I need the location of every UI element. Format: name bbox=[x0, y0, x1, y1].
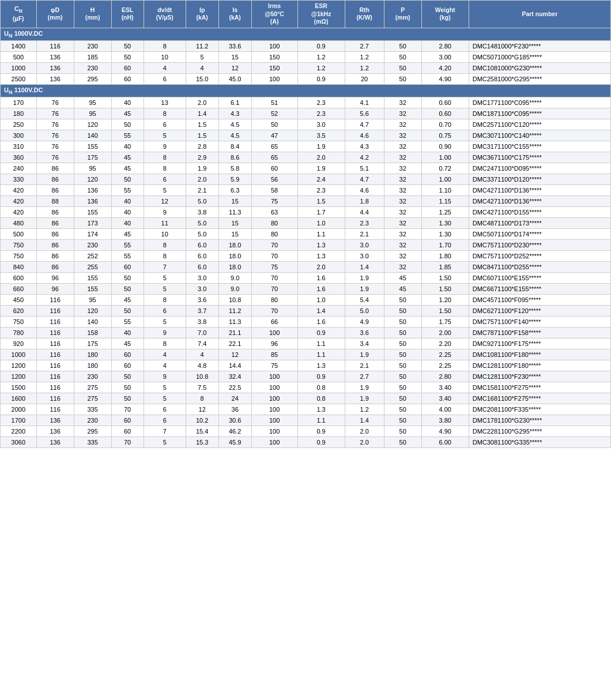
table-cell: 230 bbox=[74, 240, 111, 251]
table-cell: 76 bbox=[36, 108, 74, 119]
table-cell: 3060 bbox=[1, 437, 37, 448]
table-cell: 5.4 bbox=[345, 295, 384, 306]
table-row: 750862525586.018.0701.33.0321.80DMC75711… bbox=[1, 251, 611, 262]
table-cell: 60 bbox=[111, 349, 144, 360]
table-row: 170013623060610.230.61001.11.4503.80DMC1… bbox=[1, 415, 611, 426]
table-row: 24086954581.95.8601.95.1320.72DMC2471100… bbox=[1, 163, 611, 174]
table-cell: 4 bbox=[144, 360, 186, 371]
table-cell: 14.4 bbox=[218, 360, 251, 371]
table-cell: 8 bbox=[144, 295, 186, 306]
table-cell: 7.4 bbox=[186, 338, 218, 349]
table-cell: 120 bbox=[74, 119, 111, 130]
table-cell: 9 bbox=[144, 141, 186, 152]
header-ip: Ip(kA) bbox=[186, 1, 218, 28]
table-row: 1000116180604412851.11.9502.25DMC1081100… bbox=[1, 349, 611, 360]
table-cell: 40 bbox=[111, 97, 144, 108]
header-esr: ESR@1kHz(mΩ) bbox=[297, 1, 345, 28]
header-esl: ESL(nH) bbox=[111, 1, 144, 28]
table-cell: 4.1 bbox=[345, 97, 384, 108]
table-cell: 0.9 bbox=[297, 74, 345, 85]
table-cell: 76 bbox=[36, 119, 74, 130]
table-cell: 24 bbox=[218, 393, 251, 404]
table-cell: 420 bbox=[1, 185, 37, 196]
table-cell: 310 bbox=[1, 141, 37, 152]
table-cell: 50 bbox=[111, 382, 144, 393]
table-cell: 95 bbox=[74, 108, 111, 119]
table-cell: 1.2 bbox=[345, 52, 384, 63]
table-cell: 63 bbox=[251, 207, 297, 218]
table-cell: 6 bbox=[144, 415, 186, 426]
table-cell: 2.7 bbox=[345, 41, 384, 52]
table-cell: 22.5 bbox=[218, 382, 251, 393]
header-partnumber: Part number bbox=[469, 1, 610, 28]
table-cell: 15.3 bbox=[186, 437, 218, 448]
table-cell: 0.9 bbox=[297, 41, 345, 52]
table-cell: DMC1081000*G230***** bbox=[469, 63, 610, 74]
table-cell: DMC2571100*C120***** bbox=[469, 119, 610, 130]
table-row: 7801161584097.021.11000.93.6502.00DMC787… bbox=[1, 328, 611, 338]
table-cell: 140 bbox=[74, 317, 111, 328]
table-cell: 96 bbox=[36, 284, 74, 295]
table-cell: 158 bbox=[74, 328, 111, 338]
table-cell: 70 bbox=[111, 404, 144, 415]
table-cell: 86 bbox=[36, 240, 74, 251]
table-cell: 45 bbox=[384, 284, 421, 295]
table-cell: 330 bbox=[1, 174, 37, 185]
table-cell: 60 bbox=[251, 163, 297, 174]
table-cell: 2.1 bbox=[345, 229, 384, 240]
table-cell: 70 bbox=[251, 306, 297, 317]
table-cell: 1.3 bbox=[297, 240, 345, 251]
table-cell: 2.0 bbox=[297, 262, 345, 273]
table-cell: 75 bbox=[251, 360, 297, 371]
header-p: P(mm) bbox=[384, 1, 421, 28]
table-cell: 5 bbox=[144, 382, 186, 393]
table-cell: 32 bbox=[384, 229, 421, 240]
table-cell: 1.6 bbox=[297, 317, 345, 328]
table-cell: DMC2281100*G295***** bbox=[469, 426, 610, 437]
table-cell: 4.7 bbox=[345, 174, 384, 185]
table-cell: 1.1 bbox=[297, 229, 345, 240]
table-cell: 2.3 bbox=[345, 218, 384, 229]
table-cell: 32 bbox=[384, 108, 421, 119]
table-cell: 50 bbox=[384, 317, 421, 328]
table-cell: 86 bbox=[36, 174, 74, 185]
table-cell: 10.8 bbox=[218, 295, 251, 306]
table-cell: 3.5 bbox=[297, 130, 345, 141]
table-cell: 32 bbox=[384, 240, 421, 251]
table-cell: 1200 bbox=[1, 371, 37, 382]
table-cell: 50 bbox=[384, 393, 421, 404]
table-row: 12001161806044.814.4751.32.1502.25DMC128… bbox=[1, 360, 611, 371]
table-cell: 70 bbox=[111, 437, 144, 448]
table-cell: 170 bbox=[1, 97, 37, 108]
table-cell: 230 bbox=[74, 371, 111, 382]
table-cell: 100 bbox=[251, 404, 297, 415]
table-cell: 50 bbox=[111, 306, 144, 317]
table-cell: 18.0 bbox=[218, 240, 251, 251]
table-cell: 9 bbox=[144, 207, 186, 218]
table-cell: 5.8 bbox=[218, 163, 251, 174]
table-cell: 1.85 bbox=[421, 262, 469, 273]
table-cell: DMC1781100*G230***** bbox=[469, 415, 610, 426]
table-cell: 60 bbox=[111, 426, 144, 437]
table-cell: 255 bbox=[74, 262, 111, 273]
table-cell: 9.0 bbox=[218, 284, 251, 295]
table-cell: 100 bbox=[251, 426, 297, 437]
table-cell: 180 bbox=[1, 108, 37, 119]
table-cell: 96 bbox=[36, 273, 74, 284]
table-cell: 275 bbox=[74, 382, 111, 393]
table-cell: 50 bbox=[251, 119, 297, 130]
table-cell: 50 bbox=[384, 52, 421, 63]
table-cell: 4.90 bbox=[421, 426, 469, 437]
table-cell: 5.0 bbox=[186, 196, 218, 207]
table-cell: 10.8 bbox=[186, 371, 218, 382]
table-cell: 1.9 bbox=[345, 349, 384, 360]
table-cell: 1600 bbox=[1, 393, 37, 404]
table-cell: 4.3 bbox=[345, 141, 384, 152]
table-cell: 0.9 bbox=[297, 426, 345, 437]
table-cell: 295 bbox=[74, 426, 111, 437]
table-cell: 86 bbox=[36, 251, 74, 262]
table-cell: 85 bbox=[251, 349, 297, 360]
table-row: 600961555053.09.0701.61.9451.50DMC607110… bbox=[1, 273, 611, 284]
table-cell: 50 bbox=[384, 437, 421, 448]
table-cell: 12 bbox=[186, 404, 218, 415]
